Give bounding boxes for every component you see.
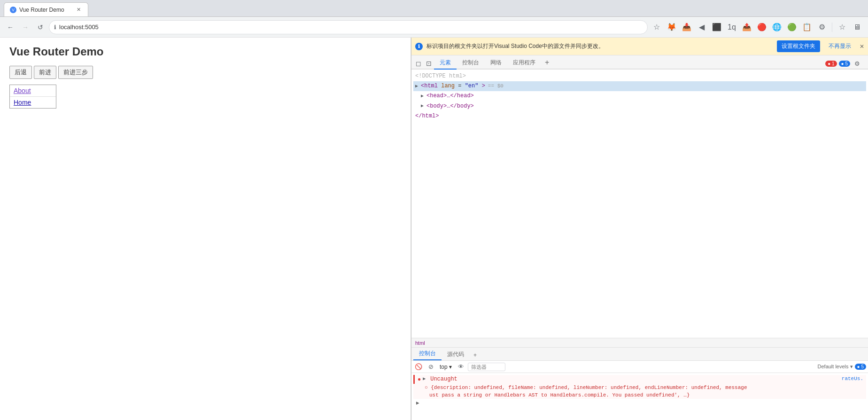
devtools-bottom: 控制台 源代码 + 🚫 ⊘ top ▾ 👁 [411, 347, 868, 420]
add-tab-button[interactable]: + [541, 56, 553, 69]
bottom-tab-bar: 控制台 源代码 + [411, 348, 868, 361]
navigation-bar: ← → ↺ ℹ localhost:5005 ☆ 🦊 📥 ◀ ⬛ 1q 📤 🔴 … [0, 17, 868, 38]
console-error-count: ● 5 [855, 364, 866, 370]
breadcrumb-bar: html [411, 338, 868, 347]
extension-icon2[interactable]: 📥 [680, 20, 694, 34]
bottom-tab-add-button[interactable]: + [470, 350, 480, 360]
browser-page: Vue Router Demo 后退 前进 前进三步 About Home [0, 38, 411, 420]
cast-icon[interactable]: 🖥 [850, 20, 864, 34]
dom-doctype[interactable]: <!DOCTYPE html> [413, 71, 866, 81]
devtools-panel: ℹ 标识项目的根文件夹以打开Visual Studio Code中的源文件并同步… [411, 38, 868, 420]
console-toolbar: 🚫 ⊘ top ▾ 👁 Default levels ▾ ● 5 [411, 361, 868, 373]
navigation-buttons: 后退 前进 前进三步 [9, 66, 401, 79]
error-uncaught[interactable]: ● ▶ Uncaught rateUs. [413, 375, 866, 384]
console-area: ● ▶ Uncaught rateUs. ○ {description: und… [411, 373, 868, 420]
body-tag: <body>…</body> [426, 102, 474, 111]
back-button[interactable]: ← [4, 21, 17, 34]
bookmarks-icon[interactable]: ☆ [650, 20, 664, 34]
html-close-tag: </html> [415, 112, 439, 121]
bookmark-star-icon[interactable]: ☆ [835, 20, 849, 34]
close-info-icon[interactable]: ✕ [860, 43, 864, 50]
uncaught-label: Uncaught [430, 376, 840, 382]
console-context-selector[interactable]: top ▾ [438, 364, 454, 370]
breadcrumb-html[interactable]: html [415, 340, 425, 346]
dom-html[interactable]: ▶ <html lang = "en" > == $0 [413, 81, 866, 91]
extension-icon10[interactable]: 📋 [800, 20, 814, 34]
tab-favicon: V [10, 7, 16, 13]
browser-tab[interactable]: V Vue Router Demo ✕ [4, 2, 88, 16]
dom-arrow: ▶ [421, 102, 426, 110]
info-icon: ℹ [54, 24, 56, 31]
bottom-tab-source[interactable]: 源代码 [442, 349, 470, 360]
detail-text-2: ust pass a string or Handlebars AST to H… [425, 392, 690, 398]
extension-icon4[interactable]: ⬛ [710, 20, 724, 34]
browser-toolbar-icons: ☆ 🦊 📥 ◀ ⬛ 1q 📤 🔴 🌐 🟢 📋 ⚙ ☆ 🖥 [650, 20, 864, 34]
error-icon: ● [418, 376, 421, 383]
toolbar-divider [832, 23, 832, 32]
devtools-tab-bar: ◻ ⊡ 元素 控制台 网络 应用程序 + ● 1 ● 5 ⚙ [411, 55, 868, 70]
expand-arrow[interactable]: ▶ [423, 376, 428, 381]
extension-icon11[interactable]: ⚙ [815, 20, 829, 34]
head-tag: <head>…</head> [426, 92, 474, 101]
url-text: localhost:5005 [59, 23, 99, 31]
extension-icon9[interactable]: 🟢 [785, 20, 799, 34]
page-title: Vue Router Demo [9, 45, 401, 58]
reload-button[interactable]: ↺ [34, 21, 47, 34]
devtools-select-button[interactable]: ⊡ [424, 58, 434, 69]
dom-tree: <!DOCTYPE html> ▶ <html lang = "en" > ==… [411, 70, 868, 338]
devtools-settings-button[interactable]: ⚙ [852, 58, 862, 69]
back-nav-button[interactable]: 后退 [9, 66, 32, 79]
address-bar[interactable]: ℹ localhost:5005 [49, 20, 648, 34]
extension-icon6[interactable]: 📤 [740, 20, 754, 34]
tab-application[interactable]: 应用程序 [507, 57, 541, 70]
error-detail-2: ust pass a string or Handlebars AST to H… [413, 391, 866, 399]
dom-html-close[interactable]: </html> [413, 111, 866, 121]
dom-head[interactable]: ▶ <head>…</head> [413, 91, 866, 101]
extension-icon7[interactable]: 🔴 [755, 20, 769, 34]
extension-icon1[interactable]: 🦊 [665, 20, 679, 34]
info-bar-text: 标识项目的根文件夹以打开Visual Studio Code中的源文件并同步更改… [426, 42, 773, 50]
bottom-tab-console[interactable]: 控制台 [413, 348, 442, 360]
home-link[interactable]: Home [10, 97, 56, 108]
dom-arrow: ▶ [421, 93, 426, 100]
tab-bar: V Vue Router Demo ✕ [0, 0, 868, 17]
setup-root-button[interactable]: 设置根文件夹 [777, 40, 820, 52]
dom-arrow: ▶ [415, 83, 421, 90]
forward-button[interactable]: → [19, 21, 32, 34]
dismiss-button[interactable]: 不再显示 [824, 40, 856, 52]
error-badge: ● 1 [825, 61, 837, 67]
error-expand-more[interactable]: ▶ [413, 399, 866, 407]
forward-nav-button[interactable]: 前进 [34, 66, 56, 79]
router-link-list: About Home [9, 85, 56, 109]
info-icon: ℹ [415, 43, 423, 50]
console-clear-button[interactable]: 🚫 [413, 362, 424, 372]
console-eye-button[interactable]: 👁 [456, 362, 466, 372]
dom-body[interactable]: ▶ <body>…</body> [413, 101, 866, 111]
detail-arrow: ○ [425, 385, 431, 390]
extension-icon8[interactable]: 🌐 [770, 20, 784, 34]
browser-window: V Vue Router Demo ✕ ← → ↺ ℹ localhost:50… [0, 0, 868, 420]
filter-label [468, 363, 505, 371]
extension-icon5[interactable]: 1q [725, 20, 739, 34]
warning-badge: ● 5 [839, 61, 850, 67]
html-tag: <html lang = "en" > [421, 82, 485, 91]
devtools-info-bar: ℹ 标识项目的根文件夹以打开Visual Studio Code中的源文件并同步… [411, 38, 868, 55]
tab-title: Vue Router Demo [19, 7, 72, 13]
about-link[interactable]: About [10, 85, 56, 97]
forward3-nav-button[interactable]: 前进三步 [58, 66, 93, 79]
devtools-inspect-button[interactable]: ◻ [413, 58, 424, 69]
tab-close-button[interactable]: ✕ [75, 6, 82, 14]
extension-icon3[interactable]: ◀ [695, 20, 709, 34]
main-area: Vue Router Demo 后退 前进 前进三步 About Home ℹ … [0, 38, 868, 420]
tab-network[interactable]: 网络 [485, 57, 507, 70]
console-filter-input[interactable] [468, 363, 505, 371]
default-levels-selector[interactable]: Default levels ▾ [818, 364, 853, 370]
error-detail-1: ○ {description: undefined, fileName: und… [413, 384, 866, 391]
selected-indicator: == $0 [488, 82, 504, 91]
detail-text-1: {description: undefined, fileName: undef… [431, 385, 747, 390]
doctype-text: <!DOCTYPE html> [415, 72, 466, 81]
tab-console[interactable]: 控制台 [457, 57, 485, 70]
error-source[interactable]: rateUs. [842, 376, 863, 381]
console-filter-button[interactable]: ⊘ [426, 362, 436, 372]
tab-elements[interactable]: 元素 [434, 57, 457, 70]
